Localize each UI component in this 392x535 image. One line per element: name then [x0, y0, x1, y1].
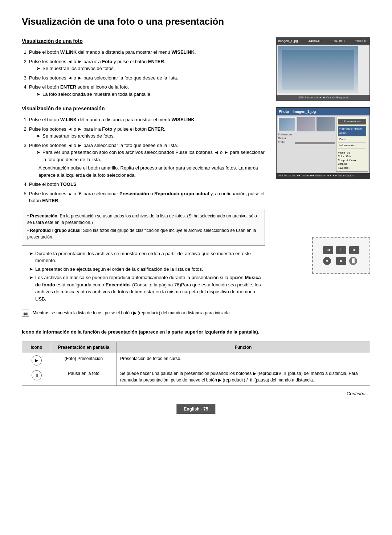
note-box: • Presentación: En la presentación se us…	[22, 209, 265, 246]
screen2-header: Photo Imagen_1.jpg	[277, 108, 369, 115]
row2-icon-cell: ⏸	[22, 368, 51, 385]
menu-item-3: Información	[338, 143, 366, 149]
menu-item-1: Reproducir grupo actual	[338, 126, 366, 136]
section-view-slideshow: Visualización de una presentación Pulse …	[22, 105, 265, 302]
remote-forward: ⏭	[349, 246, 359, 254]
note-bottom-row: 📷 Mientras se muestra la lista de fotos,…	[22, 310, 265, 317]
step2-2: Pulse los botones ◄ o ► para ir a Foto y…	[29, 126, 265, 140]
arrow-sym: ➤	[36, 65, 40, 72]
table-row: ⏸ Pausa en la foto Se puede hacer una pa…	[22, 368, 370, 385]
step1-4: Pulse el botón ENTER sobre el icono de l…	[29, 83, 265, 98]
screen1-topbar: Imagen_1.jpg 440×440 104.1KB 2009/1/1	[277, 38, 369, 45]
arrow-sym7: ➤	[29, 274, 33, 302]
row1-icon-cell: ▶	[22, 353, 51, 368]
note-item1: • Presentación: En la presentación se us…	[27, 213, 260, 226]
section1-title: Visualización de una foto	[22, 37, 265, 45]
page-title: Visualización de una foto o una presenta…	[22, 15, 370, 29]
screen1: Imagen_1.jpg 440×440 104.1KB 2009/1/1 US…	[276, 37, 370, 101]
screen2-filename: Imagen_1.jpg	[293, 109, 316, 114]
table-row: ▶ (Foto) Presentación Presentación de fo…	[22, 353, 370, 368]
col-header-function: Función	[117, 342, 370, 353]
play-icon: ▶	[32, 355, 42, 365]
arrow-sym3: ➤	[36, 132, 40, 140]
screen2-left: Preferencias Manual Fecha	[278, 117, 335, 172]
section-view-photo: Visualización de una foto Pulse el botón…	[22, 37, 265, 98]
remote-rewind: ⏮	[323, 246, 333, 254]
arrow-sym2: ➤	[36, 91, 40, 98]
arrow-during: ➤ Durante la presentación, los archivos …	[29, 250, 265, 264]
note-bottom-text: Mientras se muestra la lista de fotos, p…	[33, 310, 231, 316]
step2-3-arrow1: Para ver una presentación sólo con los a…	[42, 149, 265, 163]
arrow-sym4: ➤	[36, 149, 40, 163]
row2-function: Se puede hacer una pausa en la presentac…	[117, 368, 370, 385]
screen1-bottombar: USB Secuencia ◄ ► Opción Regresar	[277, 95, 369, 101]
remote-area: ⏮ ⏸ ⏭ ● ▶ ▐▌	[276, 237, 370, 274]
screen1-date: 2009/1/1	[355, 39, 368, 44]
step1-4-arrow: La foto seleccionada se muestra en toda …	[42, 91, 152, 98]
step2-3: Pulse los botones ◄ o ► para seleccionar…	[29, 142, 265, 179]
arrow-music: ➤ Los archivos de música se pueden repro…	[29, 274, 265, 302]
screen1-resolution: 440×440	[309, 39, 321, 44]
right-panel: Imagen_1.jpg 440×440 104.1KB 2009/1/1 US…	[276, 37, 370, 321]
screen1-size: 104.1KB	[332, 39, 345, 44]
remote-play: ▶	[336, 257, 346, 265]
row1-label: (Foto) Presentación	[51, 353, 117, 368]
note-icon: 📷	[22, 310, 29, 317]
note-item2: • Reproducir grupo actual: Sólo las foto…	[27, 227, 260, 240]
screen1-body	[277, 45, 369, 95]
arrow-sym5: ➤	[29, 250, 33, 264]
remote-pause: ⏸	[336, 246, 346, 254]
remote-img: ⏮ ⏸ ⏭ ● ▶ ▐▌	[312, 237, 370, 274]
screen2-body: Preferencias Manual Fecha Presentación R…	[277, 115, 369, 173]
screen1-filename: Imagen_1.jpg	[278, 39, 298, 44]
info-table: Icono Presentación en pantalla Función ▶…	[22, 342, 370, 386]
section2-steps: Pulse el botón W.LINK del mando a distan…	[29, 116, 265, 204]
screen2: Photo Imagen_1.jpg Preferencias Manual F…	[276, 107, 370, 179]
screen2-menu: Presentación Reproducir grupo actual Bor…	[336, 117, 368, 172]
row2-label: Pausa en la foto	[51, 368, 117, 385]
screen2-bottombar: USB Dispositivo ■■ Confiar ■■■ Selección…	[277, 173, 369, 179]
table-caption: Icono de información de la función de pr…	[22, 328, 370, 336]
table-header-row: Icono Presentación en pantalla Función	[22, 342, 370, 353]
menu-header: Presentación	[338, 119, 366, 124]
pause-icon: ⏸	[32, 370, 42, 380]
img-row1	[278, 117, 335, 131]
step1-2-arrow: Se muestran los archivos de fotos.	[42, 65, 115, 72]
menu-item-2: Borrar	[338, 136, 366, 143]
section1-steps: Pulse el botón W.LINK del mando a distan…	[29, 49, 265, 98]
footer-label: English - 75	[176, 404, 215, 414]
col-header-icon: Icono	[22, 342, 51, 353]
step1-2: Pulse los botones ◄ o ► para ir a Foto y…	[29, 58, 265, 72]
step2-5: Pulse los botones ▲ o ▼ para seleccionar…	[29, 190, 265, 204]
step2-1: Pulse el botón W.LINK del mando a distan…	[29, 116, 265, 123]
info-fields: Fecha 01 Color Gris Composición ▪▪▪ Carp…	[338, 151, 366, 170]
arrow-sym6: ➤	[29, 266, 33, 273]
table-section: Icono de información de la función de pr…	[22, 328, 370, 386]
sidebar-labels: Preferencias Manual Fecha	[278, 133, 293, 144]
step1-1: Pulse el botón W.LINK del mando a distan…	[29, 49, 265, 56]
row1-function: Presentación de fotos en curso.	[117, 353, 370, 368]
screen2-tab: Photo	[279, 109, 289, 114]
step2-2-arrow: Se muestran los archivos de fotos.	[42, 132, 115, 140]
remote-stop: ▐▌	[349, 257, 357, 265]
remote-rec: ●	[323, 257, 331, 265]
continues-text: Continúa…	[22, 390, 370, 397]
section2-title: Visualización de una presentación	[22, 105, 265, 113]
step2-4: Pulse el botón TOOLS.	[29, 181, 265, 188]
step1-3: Pulse los botones ◄ o ► para seleccionar…	[29, 74, 265, 82]
col-header-display: Presentación en pantalla	[51, 342, 117, 353]
step2-3-extra: A continuación pulse el botón amarillo. …	[38, 164, 265, 179]
arrow-order: ➤ La presentación se ejecuta según el or…	[29, 266, 265, 273]
